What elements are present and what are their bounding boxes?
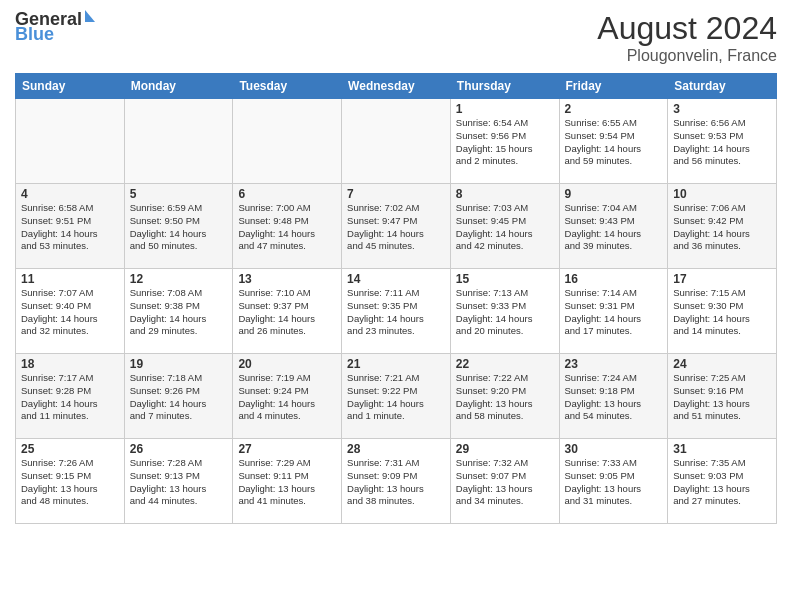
day-number: 14 (347, 272, 445, 286)
calendar-location: Plougonvelin, France (597, 47, 777, 65)
table-row: 31Sunrise: 7:35 AMSunset: 9:03 PMDayligh… (668, 439, 777, 524)
day-info: Sunrise: 7:22 AMSunset: 9:20 PMDaylight:… (456, 372, 554, 423)
day-number: 22 (456, 357, 554, 371)
table-row: 27Sunrise: 7:29 AMSunset: 9:11 PMDayligh… (233, 439, 342, 524)
day-number: 11 (21, 272, 119, 286)
day-number: 1 (456, 102, 554, 116)
table-row: 1Sunrise: 6:54 AMSunset: 9:56 PMDaylight… (450, 99, 559, 184)
logo: General Blue (15, 10, 95, 43)
day-number: 9 (565, 187, 663, 201)
table-row: 17Sunrise: 7:15 AMSunset: 9:30 PMDayligh… (668, 269, 777, 354)
table-row: 11Sunrise: 7:07 AMSunset: 9:40 PMDayligh… (16, 269, 125, 354)
title-block: August 2024 Plougonvelin, France (597, 10, 777, 65)
day-number: 29 (456, 442, 554, 456)
table-row: 2Sunrise: 6:55 AMSunset: 9:54 PMDaylight… (559, 99, 668, 184)
table-row: 28Sunrise: 7:31 AMSunset: 9:09 PMDayligh… (342, 439, 451, 524)
day-info: Sunrise: 7:02 AMSunset: 9:47 PMDaylight:… (347, 202, 445, 253)
day-info: Sunrise: 7:00 AMSunset: 9:48 PMDaylight:… (238, 202, 336, 253)
day-info: Sunrise: 7:32 AMSunset: 9:07 PMDaylight:… (456, 457, 554, 508)
calendar-table: Sunday Monday Tuesday Wednesday Thursday… (15, 73, 777, 524)
day-number: 26 (130, 442, 228, 456)
table-row: 9Sunrise: 7:04 AMSunset: 9:43 PMDaylight… (559, 184, 668, 269)
col-monday: Monday (124, 74, 233, 99)
day-number: 10 (673, 187, 771, 201)
table-row (342, 99, 451, 184)
calendar-header-row: Sunday Monday Tuesday Wednesday Thursday… (16, 74, 777, 99)
day-info: Sunrise: 7:08 AMSunset: 9:38 PMDaylight:… (130, 287, 228, 338)
day-number: 16 (565, 272, 663, 286)
table-row: 3Sunrise: 6:56 AMSunset: 9:53 PMDaylight… (668, 99, 777, 184)
day-info: Sunrise: 7:33 AMSunset: 9:05 PMDaylight:… (565, 457, 663, 508)
day-number: 15 (456, 272, 554, 286)
day-info: Sunrise: 7:04 AMSunset: 9:43 PMDaylight:… (565, 202, 663, 253)
table-row: 30Sunrise: 7:33 AMSunset: 9:05 PMDayligh… (559, 439, 668, 524)
table-row: 25Sunrise: 7:26 AMSunset: 9:15 PMDayligh… (16, 439, 125, 524)
calendar-week-row: 18Sunrise: 7:17 AMSunset: 9:28 PMDayligh… (16, 354, 777, 439)
calendar-week-row: 11Sunrise: 7:07 AMSunset: 9:40 PMDayligh… (16, 269, 777, 354)
day-info: Sunrise: 6:56 AMSunset: 9:53 PMDaylight:… (673, 117, 771, 168)
day-number: 23 (565, 357, 663, 371)
table-row: 12Sunrise: 7:08 AMSunset: 9:38 PMDayligh… (124, 269, 233, 354)
day-number: 2 (565, 102, 663, 116)
calendar-week-row: 1Sunrise: 6:54 AMSunset: 9:56 PMDaylight… (16, 99, 777, 184)
day-info: Sunrise: 7:19 AMSunset: 9:24 PMDaylight:… (238, 372, 336, 423)
calendar-week-row: 4Sunrise: 6:58 AMSunset: 9:51 PMDaylight… (16, 184, 777, 269)
day-info: Sunrise: 7:18 AMSunset: 9:26 PMDaylight:… (130, 372, 228, 423)
table-row: 21Sunrise: 7:21 AMSunset: 9:22 PMDayligh… (342, 354, 451, 439)
table-row: 16Sunrise: 7:14 AMSunset: 9:31 PMDayligh… (559, 269, 668, 354)
col-saturday: Saturday (668, 74, 777, 99)
day-info: Sunrise: 7:11 AMSunset: 9:35 PMDaylight:… (347, 287, 445, 338)
table-row: 15Sunrise: 7:13 AMSunset: 9:33 PMDayligh… (450, 269, 559, 354)
day-number: 5 (130, 187, 228, 201)
table-row: 4Sunrise: 6:58 AMSunset: 9:51 PMDaylight… (16, 184, 125, 269)
table-row: 23Sunrise: 7:24 AMSunset: 9:18 PMDayligh… (559, 354, 668, 439)
table-row: 18Sunrise: 7:17 AMSunset: 9:28 PMDayligh… (16, 354, 125, 439)
table-row: 22Sunrise: 7:22 AMSunset: 9:20 PMDayligh… (450, 354, 559, 439)
day-info: Sunrise: 7:06 AMSunset: 9:42 PMDaylight:… (673, 202, 771, 253)
table-row: 29Sunrise: 7:32 AMSunset: 9:07 PMDayligh… (450, 439, 559, 524)
day-number: 28 (347, 442, 445, 456)
table-row: 8Sunrise: 7:03 AMSunset: 9:45 PMDaylight… (450, 184, 559, 269)
table-row: 20Sunrise: 7:19 AMSunset: 9:24 PMDayligh… (233, 354, 342, 439)
day-info: Sunrise: 7:26 AMSunset: 9:15 PMDaylight:… (21, 457, 119, 508)
day-info: Sunrise: 7:13 AMSunset: 9:33 PMDaylight:… (456, 287, 554, 338)
day-info: Sunrise: 7:25 AMSunset: 9:16 PMDaylight:… (673, 372, 771, 423)
day-number: 21 (347, 357, 445, 371)
day-number: 31 (673, 442, 771, 456)
col-wednesday: Wednesday (342, 74, 451, 99)
day-info: Sunrise: 7:29 AMSunset: 9:11 PMDaylight:… (238, 457, 336, 508)
day-info: Sunrise: 7:35 AMSunset: 9:03 PMDaylight:… (673, 457, 771, 508)
day-number: 12 (130, 272, 228, 286)
calendar-page: General Blue August 2024 Plougonvelin, F… (0, 0, 792, 612)
day-info: Sunrise: 7:31 AMSunset: 9:09 PMDaylight:… (347, 457, 445, 508)
day-info: Sunrise: 7:14 AMSunset: 9:31 PMDaylight:… (565, 287, 663, 338)
day-number: 4 (21, 187, 119, 201)
table-row: 26Sunrise: 7:28 AMSunset: 9:13 PMDayligh… (124, 439, 233, 524)
day-number: 8 (456, 187, 554, 201)
day-info: Sunrise: 6:58 AMSunset: 9:51 PMDaylight:… (21, 202, 119, 253)
day-info: Sunrise: 7:07 AMSunset: 9:40 PMDaylight:… (21, 287, 119, 338)
table-row: 19Sunrise: 7:18 AMSunset: 9:26 PMDayligh… (124, 354, 233, 439)
logo-blue-text: Blue (15, 25, 54, 43)
day-info: Sunrise: 6:54 AMSunset: 9:56 PMDaylight:… (456, 117, 554, 168)
page-header: General Blue August 2024 Plougonvelin, F… (15, 10, 777, 65)
day-number: 17 (673, 272, 771, 286)
col-thursday: Thursday (450, 74, 559, 99)
day-number: 6 (238, 187, 336, 201)
day-info: Sunrise: 7:21 AMSunset: 9:22 PMDaylight:… (347, 372, 445, 423)
day-info: Sunrise: 7:15 AMSunset: 9:30 PMDaylight:… (673, 287, 771, 338)
table-row: 6Sunrise: 7:00 AMSunset: 9:48 PMDaylight… (233, 184, 342, 269)
calendar-title: August 2024 (597, 10, 777, 47)
table-row: 7Sunrise: 7:02 AMSunset: 9:47 PMDaylight… (342, 184, 451, 269)
day-info: Sunrise: 7:03 AMSunset: 9:45 PMDaylight:… (456, 202, 554, 253)
day-info: Sunrise: 7:24 AMSunset: 9:18 PMDaylight:… (565, 372, 663, 423)
day-number: 7 (347, 187, 445, 201)
table-row (233, 99, 342, 184)
day-number: 24 (673, 357, 771, 371)
day-number: 19 (130, 357, 228, 371)
day-info: Sunrise: 6:55 AMSunset: 9:54 PMDaylight:… (565, 117, 663, 168)
day-number: 13 (238, 272, 336, 286)
day-number: 18 (21, 357, 119, 371)
day-info: Sunrise: 7:10 AMSunset: 9:37 PMDaylight:… (238, 287, 336, 338)
table-row: 24Sunrise: 7:25 AMSunset: 9:16 PMDayligh… (668, 354, 777, 439)
